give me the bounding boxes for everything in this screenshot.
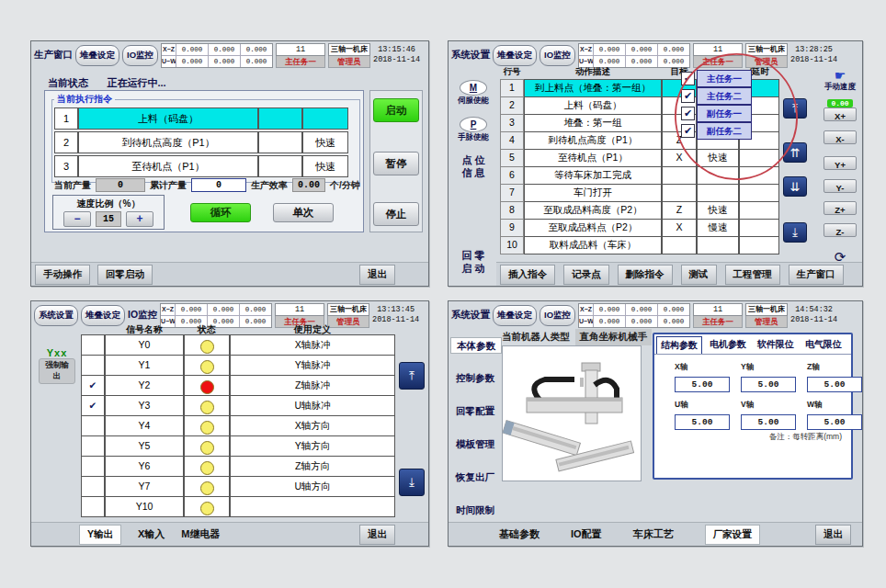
page-up-button[interactable]: ⇈ (783, 142, 807, 163)
force-checkbox[interactable] (81, 476, 105, 497)
status-led (200, 461, 214, 475)
dropdown-item[interactable]: ✔副任务一 (681, 105, 752, 122)
tab-io-monitor[interactable]: IO监控 (122, 45, 158, 66)
exit-button[interactable]: 退出 (359, 265, 395, 285)
checkbox[interactable]: ✔ (681, 107, 695, 120)
checkbox[interactable]: ✔ (681, 124, 695, 138)
dropdown-item[interactable]: ✔主任务二 (681, 87, 752, 105)
sidebar-body-params[interactable]: 本体参数 (450, 337, 502, 354)
scroll-to-top-button[interactable]: ⤒ (783, 98, 807, 119)
sidebar-control-params[interactable]: 控制参数 (450, 370, 500, 385)
manual-operation-button[interactable]: 手动操作 (35, 265, 90, 285)
tab-structure-params[interactable]: 结构参数 (656, 336, 702, 354)
tab-lathe-process[interactable]: 车床工艺 (633, 527, 674, 541)
command-row[interactable]: 7车门打开 (500, 185, 779, 202)
exit-button[interactable]: 退出 (815, 525, 851, 545)
checkbox[interactable]: ✔ (681, 89, 695, 103)
command-row[interactable]: 3 至待机点（P1） 快速 (54, 155, 358, 177)
command-row[interactable]: 1 上料（码盘） (54, 107, 358, 130)
axis-pitch-input[interactable] (675, 414, 730, 430)
dropdown-item[interactable]: ✔主任务一 (681, 70, 752, 87)
tab-stack-setting[interactable]: 堆叠设定 (493, 45, 537, 66)
sidebar-template-manage[interactable]: 模板管理 (450, 436, 500, 451)
insert-command-button[interactable]: 插入指令 (500, 265, 555, 285)
tab-system-settings[interactable]: 系统设置 (34, 305, 78, 326)
tab-y-output[interactable]: Y输出 (79, 525, 121, 545)
jog-z-minus-button[interactable]: Z- (824, 223, 857, 237)
pause-button[interactable]: 暂停 (373, 152, 419, 175)
signal-name: Y10 (105, 496, 184, 517)
jog-y-plus-button[interactable]: Y+ (824, 156, 857, 170)
force-checkbox[interactable] (81, 435, 105, 457)
dropdown-item[interactable]: ✔副任务二 (681, 122, 752, 140)
project-manage-button[interactable]: 工程管理 (725, 265, 780, 285)
sidebar-servo-enable[interactable]: M 伺服使能 (450, 78, 496, 107)
tab-x-input[interactable]: X输入 (138, 527, 165, 541)
tab-soft-limit[interactable]: 软件限位 (754, 336, 798, 354)
tab-basic-params[interactable]: 基础参数 (499, 527, 540, 541)
scroll-to-bottom-button[interactable]: ⤓ (783, 222, 807, 243)
command-row[interactable]: 9至取成品料点（P2）X慢速 (500, 220, 779, 237)
speed-plus-button[interactable]: + (126, 211, 153, 227)
command-row[interactable]: 10取料成品料（车床） (500, 237, 779, 254)
tab-io-config[interactable]: IO配置 (571, 527, 602, 541)
page-up-button[interactable]: ⤒ (399, 362, 425, 390)
force-checkbox[interactable] (81, 334, 105, 356)
axis-pitch-input[interactable] (675, 377, 730, 392)
exit-button[interactable]: 退出 (359, 525, 395, 545)
axis-pitch-input[interactable] (807, 414, 862, 430)
command-row[interactable]: 6等待车床加工完成 (500, 167, 779, 185)
production-window-button[interactable]: 生产窗口 (789, 265, 844, 285)
jog-z-plus-button[interactable]: Z+ (824, 201, 857, 215)
tab-motor-params[interactable]: 电机参数 (706, 336, 750, 354)
page-down-button[interactable]: ⤓ (399, 469, 425, 496)
start-button[interactable]: 启动 (373, 98, 419, 122)
tab-factory-settings[interactable]: 厂家设置 (705, 525, 760, 545)
command-row[interactable]: 5至待机点（P1）X快速 (500, 150, 779, 167)
force-checkbox[interactable]: ✔ (81, 395, 105, 416)
home-start-button[interactable]: 回零启动 (97, 265, 153, 285)
axis-pitch-input[interactable] (741, 377, 796, 392)
checkbox[interactable]: ✔ (681, 72, 695, 85)
force-checkbox[interactable] (81, 415, 105, 436)
axis-pitch-input[interactable] (807, 377, 862, 392)
coord-value: 0.000 (657, 44, 689, 55)
force-checkbox[interactable] (81, 355, 105, 376)
total-output-field[interactable]: 0 (191, 178, 246, 192)
status-led (200, 441, 214, 455)
jog-y-minus-button[interactable]: Y- (824, 179, 857, 193)
sidebar-factory-reset[interactable]: 恢复出厂 (450, 469, 500, 484)
force-checkbox[interactable]: ✔ (81, 375, 105, 396)
sidebar-home-start[interactable]: 回 零 启 动 (450, 249, 496, 276)
force-output-button[interactable]: 强制输出 (39, 358, 75, 384)
jog-x-plus-button[interactable]: X+ (824, 107, 857, 121)
single-cycle-button[interactable]: 单次 (273, 203, 334, 222)
force-checkbox[interactable] (81, 496, 105, 517)
sidebar-time-limit[interactable]: 时间限制 (450, 503, 500, 517)
tab-electric-limit[interactable]: 电气限位 (801, 336, 846, 354)
status-cell (184, 496, 230, 517)
tab-io-monitor[interactable]: IO监控 (540, 305, 575, 326)
tab-stack-setting[interactable]: 堆叠设定 (75, 45, 119, 66)
sidebar-home-config[interactable]: 回零配置 (450, 403, 500, 418)
sidebar-handwheel-enable[interactable]: P 手脉使能 (450, 115, 496, 143)
tab-io-monitor[interactable]: IO监控 (540, 45, 575, 66)
axis-field: Z轴 (807, 362, 864, 392)
sidebar-point-info[interactable]: 点 位 信 息 (450, 153, 496, 180)
coord-value: 0.000 (657, 55, 689, 67)
page-down-button[interactable]: ⇊ (783, 176, 807, 197)
row-number: 3 (54, 155, 78, 177)
record-point-button[interactable]: 记录点 (563, 265, 609, 285)
command-row[interactable]: 8至取成品料高度（P2）Z快速 (500, 202, 779, 220)
axis-pitch-input[interactable] (741, 414, 796, 430)
command-row[interactable]: 2 到待机点高度（P1） 快速 (54, 131, 358, 153)
stop-button[interactable]: 停止 (373, 202, 419, 226)
loop-button[interactable]: 循环 (190, 203, 251, 222)
jog-x-minus-button[interactable]: X- (824, 130, 857, 144)
test-button[interactable]: 测试 (681, 265, 717, 285)
delete-command-button[interactable]: 删除指令 (618, 265, 673, 285)
tab-m-relay[interactable]: M继电器 (181, 527, 220, 541)
tab-stack-setting[interactable]: 堆叠设定 (493, 305, 537, 326)
force-checkbox[interactable] (81, 456, 105, 477)
speed-minus-button[interactable]: − (63, 211, 91, 227)
